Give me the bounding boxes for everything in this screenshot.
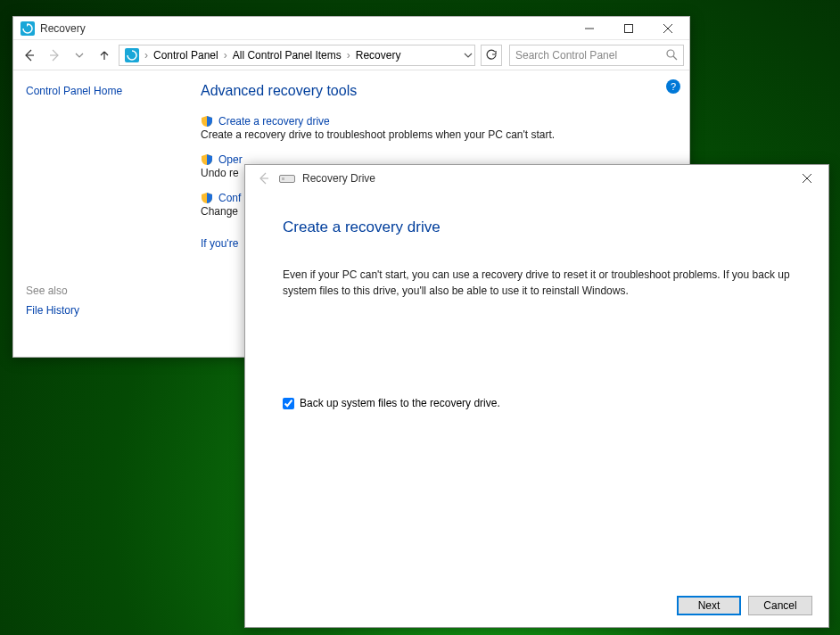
wiz-footer: Next Cancel xyxy=(245,584,828,627)
tool-link[interactable]: Conf xyxy=(218,192,241,204)
recovery-icon xyxy=(21,21,35,36)
arrow-up-icon xyxy=(98,49,111,62)
next-button-label: Next xyxy=(698,599,721,612)
page-heading: Advanced recovery tools xyxy=(201,83,680,99)
chevron-down-icon xyxy=(75,51,84,60)
cancel-button-label: Cancel xyxy=(763,599,796,612)
nav-back-button[interactable] xyxy=(19,45,40,66)
cp-nav-bar: › Control Panel › All Control Panel Item… xyxy=(13,40,689,70)
close-button[interactable] xyxy=(648,17,688,40)
chevron-down-icon[interactable] xyxy=(464,51,473,60)
file-history-link[interactable]: File History xyxy=(26,304,79,317)
tool-link[interactable]: If you're xyxy=(201,237,238,250)
shield-icon xyxy=(201,153,213,166)
cp-titlebar: Recovery xyxy=(13,17,689,40)
cancel-button[interactable]: Cancel xyxy=(748,596,812,615)
cp-sidebar: Control Panel Home See also File History xyxy=(13,70,192,357)
shield-icon xyxy=(201,115,213,128)
see-also-label: See also xyxy=(26,285,179,297)
breadcrumb-caret[interactable]: › xyxy=(345,49,352,62)
minimize-button[interactable] xyxy=(570,17,609,40)
svg-point-8 xyxy=(667,50,674,57)
nav-forward-button[interactable] xyxy=(44,45,65,66)
arrow-left-icon xyxy=(22,48,37,62)
maximize-button[interactable] xyxy=(609,17,648,40)
drive-icon xyxy=(279,172,295,185)
svg-rect-2 xyxy=(625,24,633,32)
address-bar[interactable]: › Control Panel › All Control Panel Item… xyxy=(119,45,475,66)
wiz-body: Create a recovery drive Even if your PC … xyxy=(245,192,828,584)
breadcrumb-caret[interactable]: › xyxy=(222,49,229,62)
wiz-close-button[interactable] xyxy=(787,165,827,192)
backup-checkbox[interactable] xyxy=(283,398,294,409)
arrow-right-icon xyxy=(47,48,62,62)
close-icon xyxy=(663,24,672,33)
close-icon xyxy=(803,174,811,183)
wiz-desc: Even if your PC can't start, you can use… xyxy=(283,267,791,299)
wiz-heading: Create a recovery drive xyxy=(283,219,791,236)
refresh-icon xyxy=(485,49,498,62)
tool-desc: Create a recovery drive to troubleshoot … xyxy=(201,128,680,141)
tool-create-recovery-drive: Create a recovery drive Create a recover… xyxy=(201,115,680,141)
search-box[interactable] xyxy=(509,45,684,66)
backup-checkbox-label: Back up system files to the recovery dri… xyxy=(300,397,500,409)
control-panel-home-link[interactable]: Control Panel Home xyxy=(26,85,179,97)
nav-recent-button[interactable] xyxy=(69,45,90,66)
arrow-left-icon xyxy=(257,171,271,186)
breadcrumb-seg-2[interactable]: All Control Panel Items xyxy=(229,49,345,62)
maximize-icon xyxy=(624,24,633,33)
refresh-button[interactable] xyxy=(481,45,502,66)
tool-link[interactable]: Create a recovery drive xyxy=(218,115,330,128)
minimize-icon xyxy=(585,24,594,33)
search-input[interactable] xyxy=(515,49,666,62)
breadcrumb-seg-3[interactable]: Recovery xyxy=(352,49,405,62)
help-button[interactable]: ? xyxy=(666,79,680,94)
recovery-icon xyxy=(125,48,139,62)
backup-checkbox-row[interactable]: Back up system files to the recovery dri… xyxy=(283,397,791,409)
cp-title: Recovery xyxy=(40,22,570,35)
wiz-titlebar: Recovery Drive xyxy=(245,165,828,192)
wiz-title: Recovery Drive xyxy=(302,172,787,185)
breadcrumb-seg-1[interactable]: Control Panel xyxy=(150,49,222,62)
search-icon xyxy=(666,49,678,61)
next-button[interactable]: Next xyxy=(677,596,741,615)
nav-up-button[interactable] xyxy=(94,45,115,66)
svg-rect-12 xyxy=(282,177,284,180)
wiz-back-button[interactable] xyxy=(254,169,274,188)
recovery-drive-wizard: Recovery Drive Create a recovery drive E… xyxy=(244,164,829,628)
tool-link[interactable]: Oper xyxy=(218,153,243,166)
svg-line-9 xyxy=(673,56,677,60)
shield-icon xyxy=(201,192,213,204)
breadcrumb-caret[interactable]: › xyxy=(143,49,150,62)
